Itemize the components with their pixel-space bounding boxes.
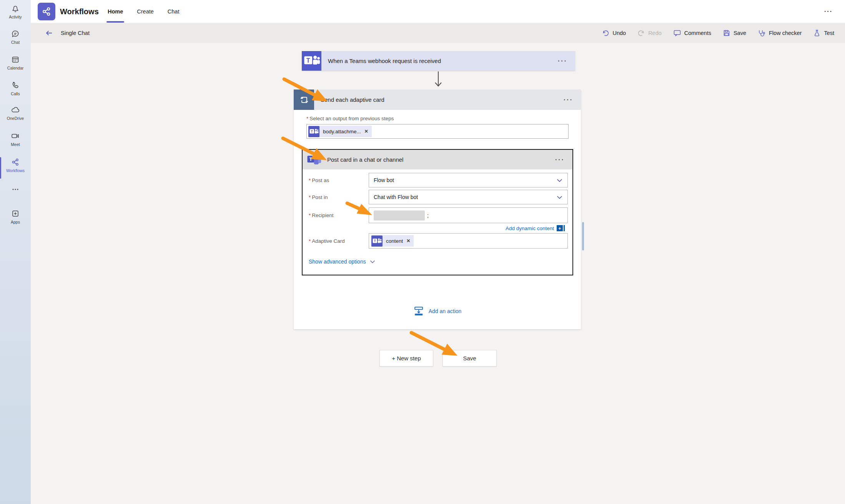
sidebar-item-activity[interactable]: Activity [0, 4, 31, 19]
comments-label: Comments [684, 30, 711, 36]
sidebar-item-label: Meet [11, 142, 20, 147]
chat-bubble-icon [11, 29, 20, 38]
app-more-options-icon[interactable]: ··· [824, 0, 833, 23]
content-token-label: content [386, 238, 403, 244]
sidebar-item-calendar[interactable]: Calendar [0, 55, 31, 70]
bell-icon [11, 4, 20, 13]
sidebar-item-calls[interactable]: Calls [0, 81, 31, 96]
output-token-label: body.attachme... [323, 129, 361, 134]
sidebar-item-onedrive[interactable]: OneDrive [0, 105, 31, 121]
flow-name-text: Single Chat [61, 30, 90, 36]
field-row-adaptive-card: *Adaptive Card T content ✕ [309, 233, 568, 249]
new-step-button[interactable]: + New step [379, 350, 433, 366]
chevron-down-icon [369, 259, 376, 265]
trigger-card-teams-webhook[interactable]: T When a Teams webhook request is receiv… [302, 51, 575, 71]
bar-icon [564, 225, 565, 231]
app-more-dots: ··· [824, 8, 833, 15]
teams-logo-icon: T [306, 152, 322, 167]
scope-title: Send each adaptive card [321, 96, 564, 103]
video-camera-icon [10, 131, 20, 141]
tab-chat[interactable]: Chat [168, 0, 180, 23]
active-tab-underline [106, 21, 124, 23]
app-tabs: Home Create Chat [108, 0, 179, 23]
token-close-icon[interactable]: ✕ [364, 129, 368, 134]
test-button[interactable]: Test [813, 29, 834, 37]
phone-icon [11, 81, 20, 90]
plus-icon: + [557, 225, 563, 231]
post-in-label: *Post in [309, 194, 369, 200]
adaptive-card-label: *Adaptive Card [309, 238, 369, 244]
workflows-app-logo[interactable] [38, 3, 55, 20]
undo-label: Undo [612, 30, 626, 36]
field-row-recipient: *Recipient ; [309, 207, 568, 223]
field-row-post-in: *Post in Chat with Flow bot [309, 190, 568, 204]
output-token-chip[interactable]: T body.attachme... ✕ [308, 126, 372, 137]
tab-home[interactable]: Home [108, 0, 123, 23]
sidebar-item-apps[interactable]: Apps [0, 209, 31, 224]
flow-name: Single Chat [61, 23, 90, 43]
add-action-icon [413, 307, 424, 316]
comments-button[interactable]: Comments [673, 29, 711, 37]
adaptive-card-input[interactable]: T content ✕ [369, 233, 568, 249]
cloud-icon [10, 105, 20, 114]
sidebar-item-label: Workflows [6, 168, 25, 173]
add-dynamic-content-label: Add dynamic content [506, 225, 554, 231]
flow-checker-button[interactable]: Flow checker [758, 29, 802, 37]
select-output-input[interactable]: T body.attachme... ✕ [306, 124, 569, 139]
app-title: Workflows [60, 0, 99, 23]
redo-button[interactable]: Redo [637, 29, 662, 37]
sidebar-item-workflows[interactable]: Workflows [0, 158, 31, 173]
redacted-recipient-value [374, 211, 425, 220]
apply-to-each-loop-icon [294, 90, 314, 110]
teams-icon: T [308, 126, 319, 137]
post-in-dropdown[interactable]: Chat with Flow bot [369, 190, 568, 204]
save-toolbar-button[interactable]: Save [723, 29, 746, 37]
flow-checker-label: Flow checker [769, 30, 802, 36]
more-dots-icon [11, 187, 20, 192]
save-flow-button[interactable]: Save [442, 350, 497, 366]
recipient-label: *Recipient [309, 212, 369, 218]
show-advanced-options-label: Show advanced options [309, 259, 366, 265]
save-flow-button-label: Save [463, 355, 476, 361]
redo-icon [637, 29, 645, 37]
sidebar-item-more[interactable] [0, 187, 31, 194]
sidebar-item-label: Apps [11, 220, 20, 224]
post-as-dropdown[interactable]: Flow bot [369, 173, 568, 187]
calendar-icon [11, 55, 20, 64]
svg-text:T: T [306, 57, 310, 64]
undo-icon [602, 29, 609, 37]
recipient-input[interactable]: ; [369, 207, 568, 223]
add-dynamic-content-link[interactable]: Add dynamic content + [506, 225, 565, 231]
chevron-down-icon [556, 194, 563, 201]
recipient-suffix: ; [427, 212, 429, 219]
action-header[interactable]: T Post card in a chat or channel ··· [303, 150, 572, 169]
content-token-chip[interactable]: T content ✕ [371, 235, 414, 247]
save-icon [723, 29, 730, 37]
test-label: Test [824, 30, 834, 36]
sidebar-item-label: Activity [9, 15, 22, 19]
action-menu-icon[interactable]: ··· [555, 156, 565, 163]
required-marker: * [309, 238, 311, 244]
post-as-label: *Post as [309, 177, 369, 183]
post-as-value: Flow bot [374, 177, 394, 183]
scope-header[interactable]: Send each adaptive card ··· [294, 90, 581, 110]
sidebar-item-chat[interactable]: Chat [0, 29, 31, 45]
add-an-action-label: Add an action [429, 308, 462, 314]
select-output-label: *Select an output from previous steps [306, 116, 394, 121]
sidebar-item-label: OneDrive [7, 116, 24, 121]
scope-menu-icon[interactable]: ··· [564, 96, 573, 103]
scrollbar-thumb[interactable] [582, 222, 584, 250]
sidebar-item-meet[interactable]: Meet [0, 131, 31, 147]
add-an-action-link[interactable]: Add an action [413, 307, 462, 316]
token-close-icon[interactable]: ✕ [406, 238, 410, 244]
post-in-value: Chat with Flow bot [374, 194, 418, 200]
back-arrow-icon[interactable] [45, 28, 54, 38]
svg-text:T: T [311, 129, 313, 133]
tab-create[interactable]: Create [137, 0, 154, 23]
undo-button[interactable]: Undo [602, 29, 626, 37]
trigger-menu-icon[interactable]: ··· [558, 58, 567, 65]
sidebar-item-label: Calendar [7, 66, 24, 70]
scope-card-send-each-adaptive-card: Send each adaptive card ··· *Select an o… [294, 90, 581, 329]
show-advanced-options-link[interactable]: Show advanced options [309, 259, 376, 265]
workflows-logo-icon [41, 6, 52, 17]
